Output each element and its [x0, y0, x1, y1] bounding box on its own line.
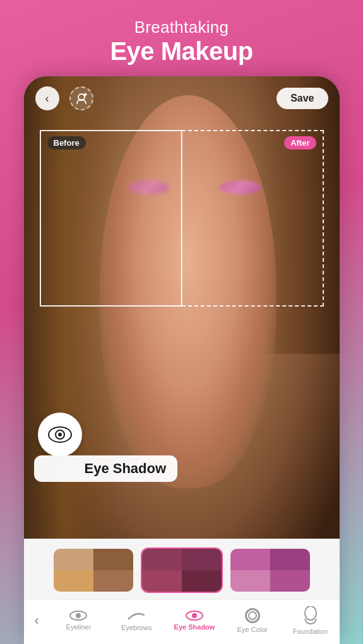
eyeshadow-icon	[186, 611, 203, 621]
swatch	[182, 570, 222, 592]
phone-container: ‹ Save Before After	[24, 76, 340, 644]
swatch	[54, 570, 93, 592]
nav-label-eyecolor: Eye Color	[237, 626, 268, 633]
swatch	[270, 549, 310, 570]
header-section: Breathtaking Eye Makeup	[97, 0, 265, 76]
swatch	[142, 549, 182, 570]
eyebrows-icon	[128, 610, 145, 621]
nav-item-eyecolor[interactable]: Eye Color	[230, 608, 275, 633]
nav-back-arrow[interactable]: ‹	[30, 612, 42, 629]
nav-label-eyebrows: Eyebrows	[121, 624, 152, 631]
svg-point-5	[58, 433, 62, 436]
back-button[interactable]: ‹	[35, 86, 59, 110]
header-subtitle: Breathtaking	[110, 18, 253, 37]
palette-section	[24, 539, 340, 599]
foundation-icon	[302, 606, 319, 625]
nav-item-eyeshadow[interactable]: Eye Shadow	[172, 611, 217, 631]
swatch	[54, 549, 93, 570]
svg-point-6	[305, 606, 316, 620]
palette-card-2[interactable]	[141, 547, 223, 593]
add-face-button[interactable]	[69, 86, 93, 110]
swatch	[230, 549, 270, 570]
nav-label-foundation: Foundation	[293, 628, 328, 635]
top-bar: ‹ Save	[24, 86, 340, 110]
swatch	[142, 570, 182, 592]
after-region	[182, 130, 324, 307]
save-button[interactable]: Save	[277, 88, 328, 109]
palette-card-1[interactable]	[52, 547, 134, 593]
eyecolor-icon	[245, 608, 260, 623]
nav-item-eyeliner[interactable]: Eyeliner	[56, 611, 100, 631]
top-left-group: ‹	[35, 86, 93, 110]
swatch	[93, 549, 133, 570]
eyeliner-icon	[69, 611, 87, 621]
before-region	[40, 130, 182, 307]
after-label: After	[284, 136, 316, 149]
nav-label-eyeliner: Eyeliner	[66, 623, 92, 631]
bottom-nav: ‹ Eyeliner Eyebrows Eye Shadow Eye Color	[24, 599, 340, 644]
swatch	[230, 570, 270, 592]
eye-bubble-icon	[48, 426, 72, 443]
nav-item-foundation[interactable]: Foundation	[289, 606, 333, 635]
before-after-overlay: Before After	[40, 130, 324, 307]
palette-card-3[interactable]	[229, 547, 311, 593]
swatch	[93, 570, 133, 592]
swatch	[270, 570, 310, 592]
header-title: Eye Makeup	[110, 37, 253, 65]
camera-view: ‹ Save Before After	[24, 76, 340, 539]
swatch	[182, 549, 222, 570]
before-label: Before	[47, 136, 86, 149]
nav-label-eyeshadow: Eye Shadow	[174, 623, 215, 631]
nav-item-eyebrows[interactable]: Eyebrows	[114, 610, 158, 631]
eye-shadow-label: Eye Shadow	[34, 455, 178, 482]
eye-bubble	[38, 413, 82, 457]
